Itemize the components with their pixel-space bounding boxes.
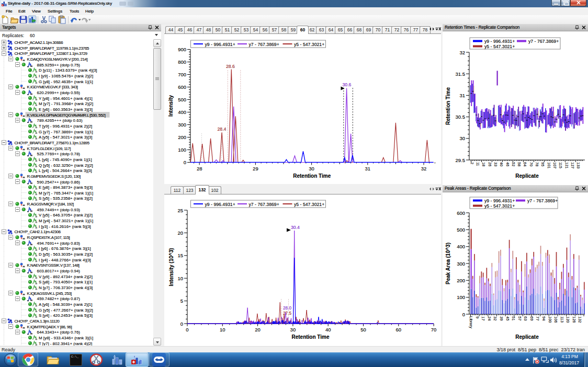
svg-text:78: 78 — [535, 162, 539, 166]
svg-text:y5 - 547.3021+: y5 - 547.3021+ — [484, 203, 515, 209]
svg-text:y7 - 767.3869+: y7 - 767.3869+ — [249, 202, 279, 207]
svg-text:106: 106 — [553, 316, 558, 323]
svg-text:Retention Time: Retention Time — [445, 87, 451, 125]
svg-text:K.NAEVSNTGSSIK.V [137, 148]: K.NAEVSNTGSSIK.V [137, 148] — [27, 263, 80, 268]
svg-text:200: 200 — [457, 278, 465, 283]
svg-text:590.2547++ (dotp 0.86): 590.2547++ (dotp 0.86) — [37, 180, 81, 185]
svg-text:29.5: 29.5 — [456, 157, 466, 163]
svg-text:300: 300 — [178, 122, 186, 128]
svg-text:11: 11 — [476, 162, 480, 166]
svg-text:789.4265+++ (dotp 0.63): 789.4265+++ (dotp 0.63) — [37, 118, 83, 123]
svg-text:113: 113 — [560, 316, 564, 323]
svg-text:29: 29 — [253, 166, 258, 171]
svg-text:K.IQEAGSSVK.L [245, 253]: K.IQEAGSSVK.L [245, 253] — [27, 291, 72, 296]
svg-text:V [y5] - 646.3705+ (rank 2)[2]: V [y5] - 646.3705+ (rank 2)[2] — [39, 213, 93, 217]
svg-text:I [y9] - 1065.5476+ (rank 2)[2: I [y9] - 1065.5476+ (rank 2)[2] — [39, 74, 93, 78]
svg-text:D [y11] - 1343.6379+ (rank 4)[: D [y11] - 1343.6379+ (rank 4)[3] — [39, 68, 97, 73]
svg-text:77: 77 — [535, 316, 540, 320]
svg-text:60: 60 — [396, 327, 402, 332]
svg-text:15: 15 — [177, 253, 183, 258]
svg-text:y5 - 547.3021+: y5 - 547.3021+ — [294, 42, 324, 47]
svg-text:V [y9] - 892.4734+ (rank 2)[2]: V [y9] - 892.4734+ (rank 2)[2] — [39, 274, 93, 279]
svg-text:30.4: 30.4 — [291, 225, 300, 230]
svg-text:39: 39 — [499, 316, 504, 320]
svg-text:52: 52 — [511, 162, 516, 166]
svg-text:I [y3] - 416.2616+ (rank 5)[3]: I [y3] - 416.2616+ (rank 5)[3] — [39, 224, 91, 229]
svg-text:20: 20 — [255, 327, 261, 332]
svg-text:603.8017++ (dotp 0.94): 603.8017++ (dotp 0.94) — [37, 269, 81, 273]
svg-text:57: 57 — [517, 316, 522, 320]
svg-text:525.7769++ (dotp 0.78): 525.7769++ (dotp 0.78) — [37, 152, 81, 156]
svg-text:E [y6] - 660.3563+ (rank 3)[3]: E [y6] - 660.3563+ (rank 3)[3] — [39, 107, 93, 112]
svg-text:y7 - 767.3869+: y7 - 767.3869+ — [249, 42, 279, 47]
svg-text:S [y4] - 420.2453+ (rank 5)[3]: S [y4] - 420.2453+ (rank 5)[3] — [39, 313, 93, 318]
svg-text:28.0: 28.0 — [283, 306, 291, 311]
svg-text:CHOYP_BRAFLDRAFT_275870.1.1|m.: CHOYP_BRAFLDRAFT_275870.1.1|m.12895 — [14, 141, 89, 145]
svg-text:K.TGFLGLDEK.I [109, 117]: K.TGFLGLDEK.I [109, 117] — [27, 146, 71, 151]
svg-text:0: 0 — [180, 321, 183, 327]
svg-text:600: 600 — [457, 210, 465, 216]
svg-text:400: 400 — [178, 109, 186, 115]
svg-text:y7 - 767.3869+: y7 - 767.3869+ — [527, 198, 558, 203]
svg-text:A [y6] - 548.3039+ (rank 2)[1]: A [y6] - 548.3039+ (rank 2)[1] — [39, 302, 92, 307]
svg-text:CHOYP_ACAA2.1.1|m.30666: CHOYP_ACAA2.1.1|m.30666 — [14, 40, 63, 45]
svg-text:y7 - 767.3869+: y7 - 767.3869+ — [528, 39, 559, 44]
svg-text:600: 600 — [178, 84, 186, 90]
svg-text:Retention Time: Retention Time — [293, 173, 331, 179]
svg-text:500: 500 — [457, 227, 465, 233]
svg-text:32: 32 — [421, 166, 427, 171]
svg-text:28.4: 28.4 — [218, 127, 227, 132]
svg-text:126: 126 — [572, 316, 576, 323]
svg-text:E [y8] - 894.3873+ (rank 5)[3]: E [y8] - 894.3873+ (rank 5)[3] — [39, 185, 93, 190]
svg-text:58: 58 — [517, 162, 522, 166]
svg-text:M [y7] - 765.3447+ (rank 1)[1]: M [y7] - 765.3447+ (rank 1)[1] — [39, 191, 93, 196]
svg-text:70: 70 — [431, 327, 437, 332]
svg-text:M [y4] - 547.3021+ (rank 1)[1]: M [y4] - 547.3021+ (rank 1)[1] — [39, 219, 93, 223]
svg-text:L [y6] - 745.4090+ (rank 1)[1]: L [y6] - 745.4090+ (rank 1)[1] — [39, 157, 92, 162]
svg-text:40: 40 — [325, 327, 331, 332]
svg-text:20: 20 — [177, 230, 183, 236]
svg-text:64: 64 — [523, 162, 527, 166]
svg-text:0: 0 — [186, 327, 188, 332]
svg-text:K.VIGLHVLGPNAGEITQGYAVAMR.L [5: K.VIGLHVLGPNAGEITQGYAVAMR.L [530, 552] — [27, 113, 106, 118]
svg-text:y9 - 996.4931+: y9 - 996.4931+ — [205, 202, 235, 207]
svg-text:100: 100 — [457, 294, 465, 300]
svg-text:10: 10 — [220, 327, 225, 332]
svg-text:32: 32 — [459, 50, 465, 55]
svg-text:Intensity (10^3): Intensity (10^3) — [168, 248, 174, 286]
svg-text:100: 100 — [178, 147, 186, 153]
svg-text:Peak Area (10^3): Peak Area (10^3) — [445, 243, 451, 284]
svg-text:69: 69 — [529, 316, 534, 320]
svg-text:120: 120 — [566, 316, 570, 323]
svg-text:R.QSPIDISTK.A [107, 115]: R.QSPIDISTK.A [107, 115] — [27, 235, 70, 240]
svg-text:CHOYP_CATA.1.3|m.11120: CHOYP_CATA.1.3|m.11120 — [14, 319, 60, 324]
svg-text:459.7449++ (dotp 0.93): 459.7449++ (dotp 0.93) — [37, 208, 81, 212]
svg-text:46: 46 — [505, 162, 510, 166]
svg-text:885.9259++ (dotp 0.75): 885.9259++ (dotp 0.75) — [37, 63, 81, 67]
svg-text:Replicate: Replicate — [515, 173, 539, 179]
svg-text:y9 - 996.4931+: y9 - 996.4931+ — [484, 39, 515, 44]
svg-text:CHOYP_BRAFLDRAFT_119799.1.1|m.: CHOYP_BRAFLDRAFT_119799.1.1|m.23765 — [14, 46, 89, 51]
svg-text:700: 700 — [178, 72, 186, 77]
svg-text:K.IQIMTPEQAEK.Y [86, 96]: K.IQIMTPEQAEK.Y [86, 96] — [27, 325, 72, 329]
svg-text:25: 25 — [177, 208, 183, 213]
svg-text:644.3343++ (dotp 0.76): 644.3343++ (dotp 0.76) — [37, 330, 81, 335]
svg-text:30.6: 30.6 — [343, 82, 352, 87]
svg-text:R.AGGSVMIQR.V [184, 192]: R.AGGSVMIQR.V [184, 192] — [27, 202, 74, 207]
svg-text:132: 132 — [578, 316, 582, 323]
svg-text:y5 - 547.3021+: y5 - 547.3021+ — [484, 44, 515, 49]
svg-text:0: 0 — [184, 159, 186, 165]
svg-text:33: 33 — [493, 162, 498, 166]
svg-text:24: 24 — [487, 316, 492, 320]
svg-text:63: 63 — [523, 316, 528, 320]
svg-text:45: 45 — [505, 316, 510, 320]
svg-text:CHOYP_BRAFLDRAFT_122807.1.1|m.: CHOYP_BRAFLDRAFT_122807.1.1|m.3729 — [14, 51, 87, 56]
svg-text:M [y7] - 791.3968+ (rank 2)[2]: M [y7] - 791.3968+ (rank 2)[2] — [39, 101, 93, 106]
svg-text:40: 40 — [499, 162, 504, 166]
svg-text:Q [y5] - 632.3250+ (rank 2)[2]: Q [y5] - 632.3250+ (rank 2)[2] — [39, 163, 93, 168]
svg-text:18: 18 — [481, 162, 486, 166]
svg-text:S [y8] - 793.4050+ (rank 1)[1]: S [y8] - 793.4050+ (rank 1)[1] — [39, 280, 93, 284]
svg-text:y5 - 547.3021+: y5 - 547.3021+ — [294, 202, 324, 207]
svg-text:500: 500 — [178, 97, 186, 102]
svg-text:R.GMPEMVSGEDK.S [120, 130]: R.GMPEMVSGEDK.S [120, 130] — [27, 174, 81, 179]
